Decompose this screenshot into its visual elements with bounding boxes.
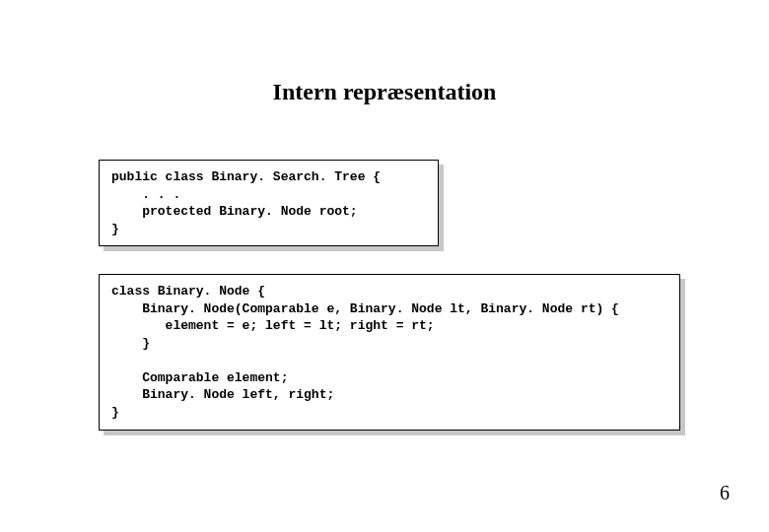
slide-title: Intern repræsentation (59, 79, 710, 105)
page-number: 6 (720, 482, 730, 504)
code-block-2: class Binary. Node { Binary. Node(Compar… (99, 274, 680, 430)
code-block-1: public class Binary. Search. Tree { . . … (99, 160, 439, 246)
slide: Intern repræsentation public class Binar… (0, 0, 769, 532)
code-block-2-wrap: class Binary. Node { Binary. Node(Compar… (99, 274, 680, 430)
code-block-1-wrap: public class Binary. Search. Tree { . . … (99, 160, 439, 246)
